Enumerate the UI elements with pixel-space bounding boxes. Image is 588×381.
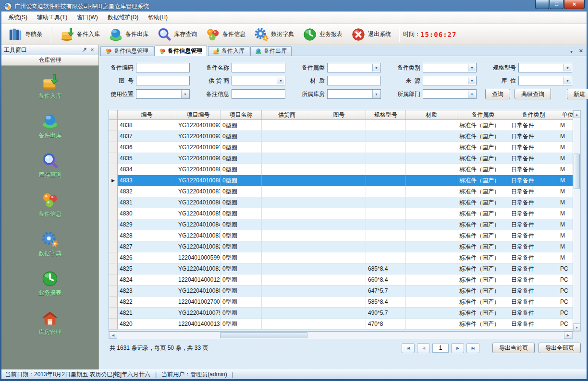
column-header[interactable]: 备件属类 [457,110,509,119]
menu-item[interactable]: 系统(S) [3,12,32,24]
first-page-button[interactable]: |◀ [402,343,415,353]
vertical-scroll-thumb[interactable] [574,154,580,189]
sidebar-item-stock-query[interactable]: 库存查询 [38,152,61,179]
chevron-down-icon[interactable] [277,77,284,84]
table-row[interactable]: 4821YG122040100790型圈490*5.7标准件（国产）日常备件PC [109,308,573,319]
field-select[interactable] [232,76,285,85]
tab-2[interactable]: 备件入库 [208,46,249,56]
maximize-icon[interactable] [550,0,564,9]
menu-item[interactable]: 数据维护(D) [103,12,144,24]
table-row[interactable]: 482412204014000120型圈660*8.4标准件（国产）日常备件PC [109,274,573,286]
chevron-down-icon[interactable] [468,64,476,71]
toolbar-parts-in-button[interactable]: 备件入库 [56,25,104,44]
toolbar-report-button[interactable]: 业务报表 [299,25,346,44]
sidebar-item-parts-out[interactable]: 备件出库 [38,113,61,140]
field-select[interactable] [518,76,572,85]
horizontal-scrollbar[interactable] [109,332,573,339]
field-input[interactable] [232,90,285,98]
scroll-down-icon[interactable] [573,323,580,331]
table-row[interactable]: 4823YG122040100800型圈647*5.7标准件（国产）日常备件PC [109,286,573,297]
sidebar-item-data-dict[interactable]: 数据字典 [38,231,61,258]
table-row[interactable]: 4833YG122040100880型圈标准件（国产）日常备件M [109,175,573,186]
field-select[interactable] [423,63,477,72]
table-row[interactable]: 4836YG122040100910型圈标准件（国产）日常备件M [109,142,573,153]
chevron-down-icon[interactable] [564,64,571,71]
table-row[interactable]: 4825YG122040100810型圈685*8.4标准件（国产）日常备件PC [109,263,573,274]
toolbar-nav-button[interactable]: 导航条 [4,25,46,44]
next-page-button[interactable]: ▶ [451,343,464,353]
new-button[interactable]: 新建 [567,89,588,99]
horizontal-scroll-track[interactable] [117,332,564,339]
close-icon[interactable]: × [88,46,96,54]
table-row[interactable]: 4828YG122040100830型圈标准件（国产）日常备件M [109,230,573,241]
field-select[interactable] [327,89,381,99]
toolbar-parts-info-button[interactable]: 备件信息 [202,25,249,44]
table-row[interactable]: 482612204010005990型圈标准件（国产）日常备件M [109,252,573,263]
chevron-down-icon[interactable] [564,77,571,84]
prev-page-button[interactable]: ◀ [417,343,430,353]
column-header[interactable]: 备件类别 [509,110,558,119]
sidebar-item-parts-info[interactable]: 备件信息 [38,191,61,218]
tab-0[interactable]: 备件信息管理 [100,46,153,56]
tab-3[interactable]: 备件出库 [250,46,292,56]
column-header[interactable]: 项目编号 [176,110,220,119]
last-page-button[interactable]: ▶| [466,343,479,353]
sidebar-item-report[interactable]: 业务报表 [38,270,61,297]
scroll-up-icon[interactable] [573,110,580,118]
advanced-query-button[interactable]: 高级查询 [514,89,551,99]
scroll-left-icon[interactable] [109,332,117,339]
table-row[interactable]: 4830YG122040100850型圈标准件（国产）日常备件M [109,208,573,219]
table-row[interactable]: 4832YG122040100870型圈标准件（国产）日常备件M [109,186,573,197]
pin-icon[interactable] [81,46,88,54]
column-header[interactable]: 材质 [406,110,457,119]
sidebar-item-warehouse[interactable]: 库房管理 [38,310,61,336]
vertical-scrollbar[interactable] [573,110,581,332]
scroll-right-icon[interactable] [564,332,572,339]
toolbar-stock-query-button[interactable]: 库存查询 [153,25,201,44]
chevron-down-icon[interactable] [468,77,476,84]
table-row[interactable]: 4831YG122040100860型圈标准件（国产）日常备件M [109,197,573,208]
column-header[interactable]: 项目名称 [220,110,262,119]
column-header[interactable]: 图号 [312,110,366,119]
column-header[interactable]: 规格型号 [366,110,406,119]
export-all-pages-button[interactable]: 导出全部页 [539,343,581,353]
field-select[interactable] [423,89,477,99]
menu-item[interactable]: 窗口(W) [72,12,102,24]
field-select[interactable] [136,89,190,99]
tab-close-icon[interactable]: × [579,48,583,56]
table-row[interactable]: 4835YG122040100900型圈标准件（国产）日常备件M [109,153,573,164]
sidebar-item-parts-in[interactable]: 备件入库 [38,73,61,100]
field-input[interactable] [232,63,285,72]
field-select[interactable] [518,63,572,72]
page-number-input[interactable] [432,344,449,353]
table-row[interactable]: 4838YG122040100930型圈标准件（国产）日常备件M [109,120,573,131]
table-row[interactable]: 4837YG122040100920型圈标准件（国产）日常备件M [109,131,573,142]
field-select[interactable] [327,63,381,72]
table-row[interactable]: 482212204010027000型圈585*8.4标准件（国产）日常备件PC [109,297,573,308]
column-header[interactable]: 供货商 [262,110,312,119]
close-icon[interactable] [564,0,585,9]
chevron-down-icon[interactable] [372,64,380,71]
menu-item[interactable]: 帮助(H) [143,12,172,24]
chevron-down-icon[interactable] [181,90,189,98]
toolbar-data-dict-button[interactable]: 数据字典 [250,25,298,44]
field-input[interactable] [328,76,380,85]
tab-list-dropdown-icon[interactable]: ▼ [569,48,573,56]
column-header[interactable]: 单位 [558,110,573,119]
vertical-scroll-track[interactable] [573,118,580,323]
field-input[interactable] [136,63,189,72]
toolbar-parts-out-button[interactable]: 备件出库 [105,25,152,44]
menu-item[interactable]: 辅助工具(T) [32,12,72,24]
table-row[interactable]: 4834YG122040100890型圈标准件（国产）日常备件M [109,164,573,175]
table-row[interactable]: 4827YG122040100820型圈标准件（国产）日常备件M [109,241,573,252]
table-row[interactable]: 482012204014000130型圈470*8标准件（国产）日常备件PC [109,319,573,330]
export-current-page-button[interactable]: 导出当前页 [492,343,535,353]
horizontal-scroll-thumb[interactable] [220,332,307,338]
field-input[interactable] [136,76,189,85]
column-header[interactable]: 编号 [118,110,176,119]
chevron-down-icon[interactable] [468,90,476,98]
query-button[interactable]: 查询 [485,89,510,99]
chevron-down-icon[interactable] [372,90,380,98]
toolbar-exit-button[interactable]: 退出系统 [347,25,395,44]
minimize-icon[interactable] [535,0,549,9]
